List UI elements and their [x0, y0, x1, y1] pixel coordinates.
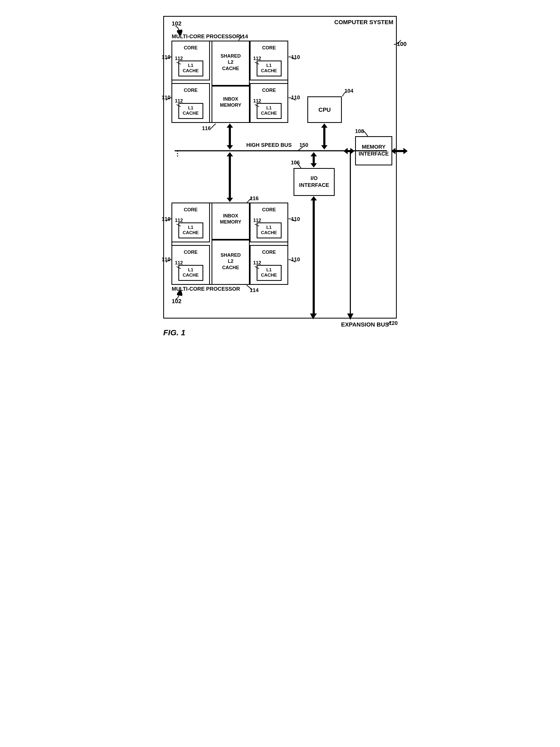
core: CORE L1CACHE 112: [250, 245, 288, 285]
core: CORE L1 CACHE 112: [250, 41, 288, 80]
core-label: CORE: [172, 84, 209, 93]
l1-cache: L1CACHE: [257, 265, 282, 281]
ref-112: 112: [175, 98, 183, 104]
high-speed-bus-line: [175, 150, 387, 151]
core: CORE L1 CACHE 112: [171, 83, 210, 123]
l1-line2: CACHE: [183, 68, 198, 73]
figure-page: COMPUTER SYSTEM 100 MULTI-CORE PROCESSOR…: [155, 8, 405, 337]
computer-system-frame: COMPUTER SYSTEM 100 MULTI-CORE PROCESSOR…: [163, 16, 397, 318]
bus-arrow-icon: [229, 156, 231, 198]
ref-112: 112: [253, 98, 261, 104]
ref-108: 108: [355, 128, 364, 134]
ref-100: 100: [397, 41, 407, 48]
l1-line1: L1: [188, 63, 193, 68]
multi-core-processor-bottom: MULTI-CORE PROCESSOR 102 CORE L1CACHE 11…: [171, 203, 288, 285]
ellipsis-icon: ⋮: [174, 150, 181, 158]
l1-cache: L1 CACHE: [257, 103, 282, 119]
arrowhead-down-icon: [347, 313, 353, 320]
high-speed-bus-label: HIGH SPEED BUS: [246, 142, 292, 148]
l1-cache: L1 CACHE: [178, 60, 203, 76]
bus-arrow-icon: [395, 150, 404, 152]
core-label: CORE: [172, 42, 209, 51]
computer-system-label: COMPUTER SYSTEM: [335, 19, 393, 26]
shared-l2-cache: SHARED L2 CACHE: [212, 240, 250, 285]
core: CORE L1CACHE 112: [250, 203, 288, 242]
core-label: CORE: [250, 42, 288, 51]
bus-arrow-icon: [229, 127, 231, 146]
inbox-memory: INBOX MEMORY: [212, 86, 250, 123]
bus-vertical-line: [350, 151, 351, 319]
l1-cache: L1CACHE: [178, 265, 203, 281]
l1-cache: L1CACHE: [178, 223, 203, 238]
shared-l2-cache: SHARED L2 CACHE: [212, 41, 250, 86]
bus-arrow-icon: [323, 127, 325, 146]
core-label: CORE: [250, 84, 288, 93]
l1-cache: L1 CACHE: [178, 103, 203, 119]
core: CORE L1 CACHE 112: [171, 41, 210, 80]
io-interface-box: I/O INTERFACE: [294, 168, 335, 196]
l1-cache: L1CACHE: [257, 223, 282, 238]
bus-arrow-icon: [313, 200, 315, 314]
ref-116: 116: [202, 125, 211, 131]
inbox-memory: INBOX MEMORY: [212, 203, 250, 240]
multi-core-processor-top: MULTI-CORE PROCESSOR 102 CORE L1 CACHE 1…: [171, 41, 288, 123]
bus-arrow-icon: [313, 156, 315, 164]
middle-column: INBOX MEMORY SHARED L2 CACHE: [212, 203, 250, 285]
ref-112: 112: [253, 56, 261, 61]
ref-112: 112: [175, 56, 183, 61]
cpu-box: CPU: [307, 96, 342, 123]
l1-cache: L1 CACHE: [257, 60, 282, 76]
arrowhead-down-icon: [310, 313, 316, 320]
core: CORE L1CACHE 112: [171, 203, 210, 242]
figure-label: FIG. 1: [163, 328, 185, 337]
core: CORE L1CACHE 112: [171, 245, 210, 285]
core: CORE L1 CACHE 112: [250, 83, 288, 123]
middle-column: SHARED L2 CACHE INBOX MEMORY: [212, 41, 250, 123]
leader-102-top: [168, 25, 183, 35]
expansion-bus-label: EXPANSION BUS: [341, 321, 389, 328]
